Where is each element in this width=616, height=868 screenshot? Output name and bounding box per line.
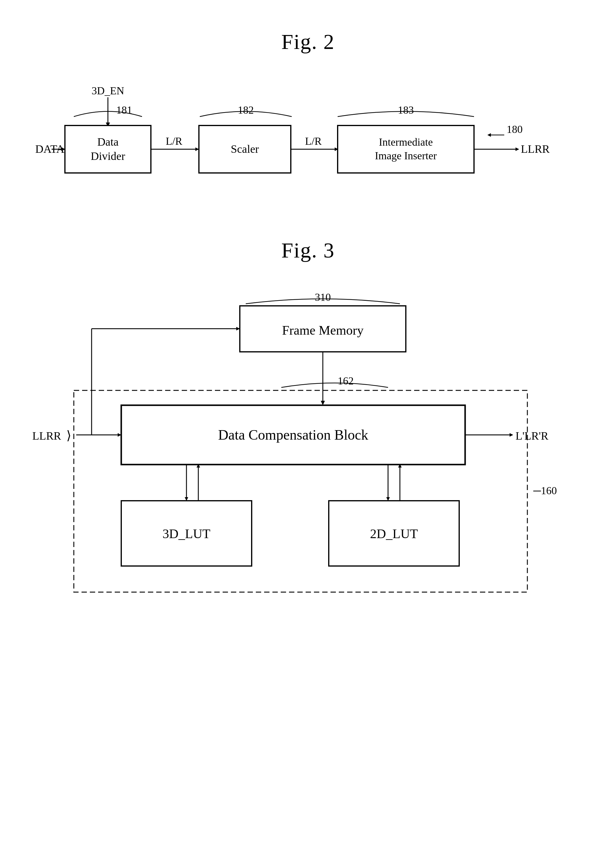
fig2-diagram: 3D_EN 181 Data Divider DATA L/R 1 bbox=[24, 78, 592, 203]
box-data-comp: Data Compensation Block bbox=[218, 427, 368, 443]
label-output: L'LR'R bbox=[515, 430, 548, 442]
fig3-title: Fig. 3 bbox=[24, 238, 592, 263]
svg-rect-2 bbox=[65, 126, 151, 173]
box-data-divider-line1: Data bbox=[97, 135, 119, 148]
svg-marker-27 bbox=[509, 433, 513, 437]
box-intermediate-line1: Intermediate bbox=[379, 136, 433, 148]
fig3-diagram: 310 Frame Memory 162 ─160 Data Compensat… bbox=[24, 287, 592, 613]
label-llrr-fig2: LLRR bbox=[521, 143, 550, 155]
num-182: 182 bbox=[238, 104, 254, 116]
num-183: 183 bbox=[398, 104, 414, 116]
svg-rect-14 bbox=[338, 126, 474, 173]
svg-marker-13 bbox=[487, 133, 491, 137]
box-3d-lut: 3D_LUT bbox=[162, 526, 210, 541]
page: Fig. 2 3D_EN 181 Data Divider DATA bbox=[0, 0, 616, 868]
svg-marker-16 bbox=[515, 147, 519, 151]
fig2-title: Fig. 2 bbox=[24, 30, 592, 54]
num-181: 181 bbox=[116, 104, 132, 116]
label-lr1: L/R bbox=[166, 135, 182, 147]
box-intermediate-line2: Image Inserter bbox=[375, 150, 437, 162]
svg-text:⟩: ⟩ bbox=[66, 428, 71, 442]
box-2d-lut: 2D_LUT bbox=[370, 526, 418, 541]
box-scaler: Scaler bbox=[231, 143, 259, 155]
box-data-divider-line2: Divider bbox=[91, 150, 125, 162]
label-lr2: L/R bbox=[305, 135, 322, 147]
num-160: ─160 bbox=[533, 485, 557, 496]
num-180: 180 bbox=[507, 123, 523, 135]
num-162: 162 bbox=[338, 375, 354, 387]
label-3d-en: 3D_EN bbox=[91, 85, 124, 97]
num-310: 310 bbox=[315, 291, 331, 303]
label-llrr-fig3: LLRR bbox=[32, 430, 61, 442]
box-frame-memory: Frame Memory bbox=[282, 323, 364, 337]
